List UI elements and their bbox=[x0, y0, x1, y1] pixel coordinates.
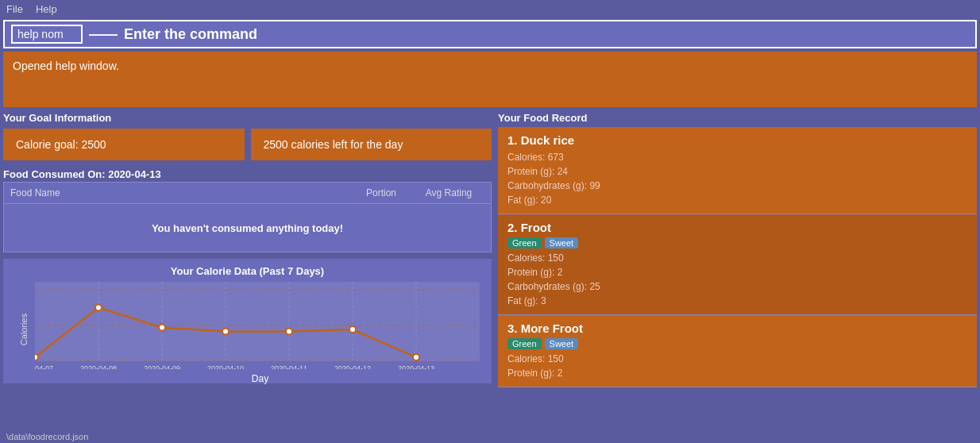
food-item-detail: Carbohydrates (g): 25 bbox=[507, 279, 967, 294]
main-content: Your Goal Information Calorie goal: 2500… bbox=[3, 110, 977, 387]
menu-bar: File Help bbox=[0, 0, 980, 18]
food-table: Food Name Portion Avg Rating You haven't… bbox=[3, 182, 492, 252]
chart-y-label: Calories bbox=[19, 314, 29, 345]
calorie-goal-box: Calorie goal: 2500 bbox=[3, 129, 245, 160]
svg-text:2020-04-13: 2020-04-13 bbox=[398, 364, 434, 369]
data-point-4 bbox=[286, 329, 292, 335]
chart-container: Your Calorie Data (Past 7 Days) Calories bbox=[3, 259, 492, 383]
food-tags: GreenSweet bbox=[507, 237, 967, 248]
food-record-title: Your Food Record bbox=[498, 110, 977, 127]
svg-text:2020-04-08: 2020-04-08 bbox=[80, 364, 117, 369]
data-point-1 bbox=[95, 305, 102, 311]
food-record-item: 1. Duck riceCalories: 673Protein (g): 24… bbox=[498, 127, 977, 214]
food-item-detail: Calories: 673 bbox=[507, 150, 967, 164]
col-header-food-name: Food Name bbox=[10, 187, 349, 198]
food-item-detail: Fat (g): 20 bbox=[507, 193, 967, 207]
svg-text:2020-04-07: 2020-04-07 bbox=[35, 364, 53, 369]
consumed-section: Food Consumed On: 2020-04-13 Food Name P… bbox=[3, 167, 492, 252]
food-tag-sweet: Sweet bbox=[545, 338, 579, 349]
food-item-detail: Calories: 150 bbox=[507, 352, 967, 366]
chart-x-label: Day bbox=[35, 373, 485, 384]
col-header-portion: Portion bbox=[349, 187, 413, 198]
menu-file[interactable]: File bbox=[6, 3, 23, 15]
data-point-6 bbox=[413, 354, 419, 360]
chart-svg: 2,000 1,000 0 bbox=[35, 282, 485, 372]
svg-text:2020-04-11: 2020-04-11 bbox=[271, 364, 307, 369]
status-text: \data\foodrecord.json bbox=[6, 432, 88, 441]
data-point-2 bbox=[159, 325, 165, 331]
food-item-detail: Protein (g): 2 bbox=[507, 265, 967, 279]
svg-rect-0 bbox=[35, 282, 480, 361]
food-record-list[interactable]: 1. Duck riceCalories: 673Protein (g): 24… bbox=[498, 127, 977, 387]
chart-area: Calories bbox=[10, 282, 485, 377]
food-item-name: 2. Froot bbox=[507, 221, 967, 234]
food-record-item: 2. FrootGreenSweetCalories: 150Protein (… bbox=[498, 214, 977, 315]
output-message: Opened help window. bbox=[13, 60, 119, 72]
food-record-item: 3. More FrootGreenSweetCalories: 150Prot… bbox=[498, 315, 977, 387]
empty-message: You haven't consumed anything today! bbox=[152, 222, 343, 234]
command-arrow-icon: —— bbox=[89, 26, 118, 43]
food-tag-green: Green bbox=[507, 237, 542, 248]
data-point-5 bbox=[349, 326, 356, 333]
chart-title: Your Calorie Data (Past 7 Days) bbox=[10, 265, 485, 277]
left-panel: Your Goal Information Calorie goal: 2500… bbox=[3, 110, 492, 387]
food-item-name: 3. More Froot bbox=[507, 322, 967, 335]
svg-text:2020-04-09: 2020-04-09 bbox=[144, 364, 180, 369]
command-bar: —— Enter the command bbox=[3, 20, 977, 48]
food-tag-sweet: Sweet bbox=[545, 237, 579, 248]
menu-help[interactable]: Help bbox=[36, 3, 57, 15]
data-point-0 bbox=[35, 354, 38, 360]
food-item-detail: Protein (g): 2 bbox=[507, 366, 967, 380]
calories-left-box: 2500 calories left for the day bbox=[251, 129, 492, 160]
svg-text:2020-04-12: 2020-04-12 bbox=[334, 364, 371, 369]
food-item-detail: Fat (g): 3 bbox=[507, 294, 967, 308]
food-item-detail: Protein (g): 24 bbox=[507, 164, 967, 179]
food-item-name: 1. Duck rice bbox=[507, 133, 967, 147]
goal-boxes: Calorie goal: 2500 2500 calories left fo… bbox=[3, 129, 492, 160]
status-bar: \data\foodrecord.json bbox=[0, 430, 980, 443]
svg-text:2020-04-10: 2020-04-10 bbox=[207, 364, 244, 369]
command-input[interactable] bbox=[11, 25, 83, 44]
output-area: Opened help window. bbox=[3, 52, 977, 107]
food-tags: GreenSweet bbox=[507, 338, 967, 349]
food-table-header: Food Name Portion Avg Rating bbox=[4, 183, 491, 204]
food-item-detail: Calories: 150 bbox=[507, 251, 967, 265]
goal-section-title: Your Goal Information bbox=[3, 110, 492, 125]
command-label: Enter the command bbox=[124, 26, 257, 43]
data-point-3 bbox=[222, 329, 229, 335]
food-table-body: You haven't consumed anything today! bbox=[4, 204, 491, 252]
calorie-chart-svg: 2,000 1,000 0 bbox=[35, 282, 480, 369]
food-item-detail: Carbohydrates (g): 99 bbox=[507, 179, 967, 193]
right-panel: Your Food Record 1. Duck riceCalories: 6… bbox=[498, 110, 977, 387]
food-tag-green: Green bbox=[507, 338, 542, 349]
col-header-avg-rating: Avg Rating bbox=[413, 187, 484, 198]
consumed-title: Food Consumed On: 2020-04-13 bbox=[3, 167, 492, 182]
